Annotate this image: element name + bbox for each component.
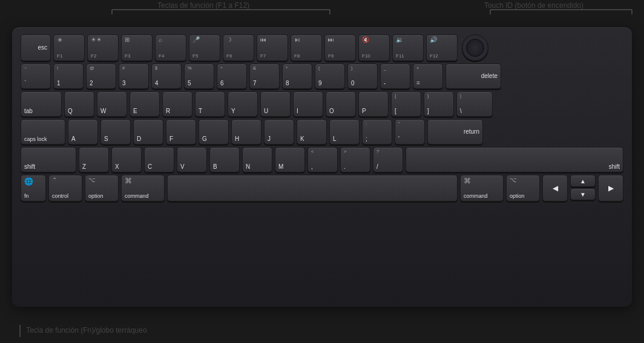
key-3[interactable]: # 3 (119, 64, 149, 89)
key-c[interactable]: C (144, 147, 174, 172)
key-backtick[interactable]: ~ ` (21, 64, 51, 89)
key-j[interactable]: J (264, 119, 294, 145)
key-space[interactable] (167, 175, 458, 201)
key-o[interactable]: O (326, 91, 356, 117)
key-f12[interactable]: 🔊 F12 (426, 34, 458, 61)
key-tab[interactable]: tab (21, 91, 62, 117)
key-arrow-left[interactable]: ◀ (542, 175, 568, 201)
key-8[interactable]: * 8 (282, 64, 312, 89)
key-f11[interactable]: 🔉 F11 (392, 34, 424, 61)
key-f5[interactable]: 🎤 F5 (189, 34, 220, 61)
key-minus[interactable]: _ - (380, 64, 410, 89)
key-command-right[interactable]: ⌘ command (460, 175, 504, 201)
key-f3[interactable]: ⊞ F3 (121, 34, 153, 61)
number-row: ~ ` ! 1 @ 2 # 3 $ 4 % 5 ^ 6 & 7 (21, 64, 623, 89)
key-0[interactable]: ) 0 (347, 64, 378, 89)
key-bracket-l[interactable]: { [ (391, 91, 421, 117)
key-v[interactable]: V (177, 147, 207, 172)
fn-keys-annotation: Teclas de función (F1 a F12) (157, 1, 249, 10)
key-command-left[interactable]: ⌘ command (121, 175, 165, 201)
top-annotations: Teclas de función (F1 a F12) Touch ID (b… (0, 1, 644, 10)
key-delete[interactable]: delete (445, 64, 501, 89)
key-f1[interactable]: ☀ F1 (53, 34, 85, 61)
fn-globe-annotation: Tecla de función (Fn)/globo terráqueo (17, 325, 147, 337)
key-f8[interactable]: ⏯ F8 (291, 34, 322, 61)
key-e[interactable]: E (130, 91, 160, 117)
key-n[interactable]: N (242, 147, 272, 172)
key-h[interactable]: H (231, 119, 261, 145)
key-shift-right[interactable]: shift (406, 147, 623, 172)
key-s[interactable]: S (100, 119, 131, 145)
key-f[interactable]: F (166, 119, 196, 145)
touchid-annotation: Touch ID (botón de encendido) (484, 1, 583, 10)
key-7[interactable]: & 7 (249, 64, 280, 89)
key-fn-globe[interactable]: 🌐 fn (21, 175, 46, 201)
key-6[interactable]: ^ 6 (217, 64, 247, 89)
key-control[interactable]: ⌃ control (48, 175, 82, 201)
key-period[interactable]: > . (340, 147, 370, 172)
key-r[interactable]: R (162, 91, 192, 117)
key-arrow-down[interactable]: ▼ (570, 188, 596, 200)
key-a[interactable]: A (68, 119, 98, 145)
key-1[interactable]: ! 1 (53, 64, 84, 89)
key-9[interactable]: ( 9 (315, 64, 345, 89)
key-l[interactable]: L (329, 119, 360, 145)
key-d[interactable]: D (133, 119, 163, 145)
key-esc[interactable]: esc (21, 34, 51, 61)
key-f6[interactable]: ☽ F6 (223, 34, 254, 61)
key-z[interactable]: Z (79, 147, 109, 172)
key-shift-left[interactable]: shift (21, 147, 76, 172)
arrow-updown-container: ▲ ▼ (570, 175, 596, 201)
keyboard: esc ☀ F1 ☀☀ F2 ⊞ F3 ⌕ F4 🎤 F5 ☽ F6 ⏮ F7 (12, 27, 632, 307)
key-caps-lock[interactable]: caps lock (21, 119, 65, 145)
key-y[interactable]: Y (228, 91, 258, 117)
key-p[interactable]: P (358, 91, 389, 117)
key-f10[interactable]: 🔇 F10 (358, 34, 390, 61)
key-g[interactable]: G (199, 119, 229, 145)
key-semicolon[interactable]: : ; (362, 119, 392, 145)
bottom-row: 🌐 fn ⌃ control ⌥ option ⌘ command ⌘ comm… (21, 175, 623, 201)
key-quote[interactable]: " ' (395, 119, 425, 145)
fn-bracket-line (17, 325, 23, 337)
key-arrow-right[interactable]: ▶ (598, 175, 623, 201)
key-return[interactable]: return (427, 119, 483, 145)
key-arrow-up[interactable]: ▲ (570, 175, 596, 187)
key-4[interactable]: $ 4 (151, 64, 182, 89)
key-bracket-r[interactable]: } ] (424, 91, 454, 117)
asdf-row: caps lock A S D F G H J K L : ; " ' retu… (21, 119, 623, 145)
key-2[interactable]: @ 2 (86, 64, 116, 89)
key-i[interactable]: I (293, 91, 323, 117)
zxcv-row: shift Z X C V B N M < , > . ? / shift (21, 147, 623, 172)
key-f9[interactable]: ⏭ F9 (324, 34, 356, 61)
key-k[interactable]: K (297, 119, 327, 145)
key-x[interactable]: X (111, 147, 142, 172)
key-b[interactable]: B (209, 147, 240, 172)
qwerty-row: tab Q W E R T Y U I O P { [ } ] | \ (21, 91, 623, 117)
key-option-left[interactable]: ⌥ option (85, 175, 119, 201)
key-touch-id[interactable] (460, 34, 490, 61)
key-q[interactable]: Q (64, 91, 94, 117)
key-f2[interactable]: ☀☀ F2 (87, 34, 119, 61)
key-equal[interactable]: + = (413, 64, 443, 89)
key-m[interactable]: M (275, 147, 305, 172)
key-5[interactable]: % 5 (184, 64, 214, 89)
key-backslash[interactable]: | \ (456, 91, 493, 117)
key-option-right[interactable]: ⌥ option (506, 175, 540, 201)
key-t[interactable]: T (195, 91, 225, 117)
key-u[interactable]: U (260, 91, 291, 117)
key-slash[interactable]: ? / (373, 147, 403, 172)
key-f7[interactable]: ⏮ F7 (257, 34, 288, 61)
key-w[interactable]: W (97, 91, 127, 117)
key-f4[interactable]: ⌕ F4 (155, 34, 186, 61)
key-comma[interactable]: < , (307, 147, 338, 172)
fn-row: esc ☀ F1 ☀☀ F2 ⊞ F3 ⌕ F4 🎤 F5 ☽ F6 ⏮ F7 (21, 34, 623, 61)
